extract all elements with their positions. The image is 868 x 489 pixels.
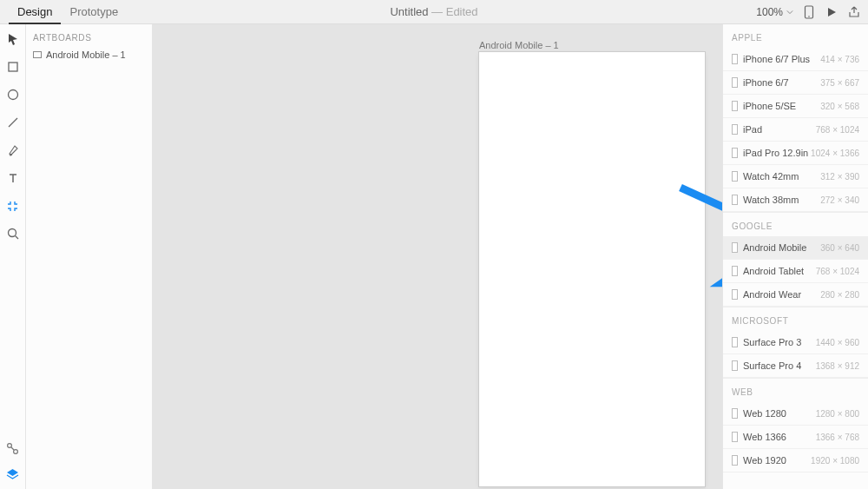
svg-line-9 <box>11 447 14 450</box>
svg-point-1 <box>808 16 810 17</box>
ellipse-tool-icon[interactable] <box>5 87 21 102</box>
preset-item[interactable]: Android Tablet768 × 1024 <box>723 260 868 283</box>
preset-item-left: iPad Pro 12.9in <box>732 148 808 158</box>
artboard-list-item[interactable]: Android Mobile – 1 <box>33 48 145 62</box>
preset-item[interactable]: Web 13661366 × 768 <box>723 426 868 449</box>
device-icon <box>732 455 738 466</box>
rectangle-tool-icon[interactable] <box>5 59 21 75</box>
preset-item[interactable]: iPad768 × 1024 <box>723 118 868 142</box>
preset-dimensions: 1440 × 960 <box>816 338 859 347</box>
pen-tool-icon[interactable] <box>5 142 21 158</box>
device-icon <box>732 242 738 253</box>
preset-dimensions: 1280 × 800 <box>816 409 859 419</box>
preset-name: iPhone 6/7 <box>743 77 789 88</box>
text-tool-icon[interactable] <box>5 170 21 186</box>
svg-point-3 <box>8 90 17 100</box>
preset-name: iPad <box>743 124 762 135</box>
preset-group-title: WEB <box>723 378 868 402</box>
preset-name: iPhone 5/SE <box>743 101 796 111</box>
device-icon <box>732 101 738 111</box>
device-icon <box>732 337 738 347</box>
left-panel: ARTBOARDS Android Mobile – 1 <box>26 24 153 489</box>
assets-icon[interactable] <box>5 440 21 456</box>
preset-item-left: Web 1920 <box>732 455 786 466</box>
preset-dimensions: 768 × 1024 <box>816 125 859 135</box>
zoom-value: 100% <box>756 6 783 18</box>
preset-dimensions: 1368 × 912 <box>816 361 859 371</box>
device-preview-icon[interactable] <box>802 5 816 19</box>
preset-item-left: Surface Pro 4 <box>732 360 801 371</box>
preset-name: Android Mobile <box>743 242 806 253</box>
artboards-heading: ARTBOARDS <box>33 33 145 43</box>
preset-item[interactable]: Android Mobile360 × 640 <box>723 236 868 260</box>
device-icon <box>732 124 738 135</box>
preset-dimensions: 1366 × 768 <box>816 433 859 442</box>
preset-item-left: Web 1280 <box>732 408 786 419</box>
preset-name: Web 1366 <box>743 432 786 442</box>
device-icon <box>732 195 738 205</box>
preset-item[interactable]: iPhone 5/SE320 × 568 <box>723 95 868 118</box>
preset-dimensions: 375 × 667 <box>820 78 859 88</box>
play-icon[interactable] <box>825 5 838 19</box>
preset-name: iPhone 6/7 Plus <box>743 54 810 64</box>
svg-line-4 <box>9 118 17 127</box>
preset-item-left: Watch 38mm <box>732 195 799 205</box>
svg-point-5 <box>8 229 16 237</box>
select-tool-icon[interactable] <box>5 31 21 47</box>
preset-dimensions: 414 × 736 <box>820 55 859 64</box>
device-icon <box>732 266 738 276</box>
canvas-artboard-label[interactable]: Android Mobile – 1 <box>479 40 559 50</box>
artboard-tool-icon[interactable] <box>5 198 21 214</box>
preset-dimensions: 312 × 390 <box>820 172 859 182</box>
device-icon <box>732 289 738 300</box>
preset-dimensions: 280 × 280 <box>820 290 859 300</box>
artboard-icon <box>33 51 42 58</box>
tab-design[interactable]: Design <box>9 0 61 24</box>
layers-icon[interactable] <box>5 466 21 482</box>
preset-item-left: Surface Pro 3 <box>732 337 801 347</box>
preset-item-left: iPad <box>732 124 762 135</box>
preset-item[interactable]: Watch 42mm312 × 390 <box>723 165 868 188</box>
preset-dimensions: 1920 × 1080 <box>811 456 859 466</box>
preset-item[interactable]: iPhone 6/7 Plus414 × 736 <box>723 48 868 71</box>
tab-prototype[interactable]: Prototype <box>61 0 127 24</box>
preset-dimensions: 360 × 640 <box>820 243 859 253</box>
preset-item[interactable]: Web 12801280 × 800 <box>723 402 868 426</box>
preset-name: Web 1920 <box>743 455 786 466</box>
share-icon[interactable] <box>847 5 861 19</box>
preset-item[interactable]: Surface Pro 41368 × 912 <box>723 354 868 378</box>
canvas[interactable]: Android Mobile – 1 <box>153 24 722 489</box>
device-icon <box>732 148 738 158</box>
device-icon <box>732 171 738 182</box>
svg-point-8 <box>14 449 18 453</box>
preset-name: Surface Pro 4 <box>743 360 801 371</box>
topbar: Design Prototype Untitled — Edited 100% <box>0 0 868 24</box>
preset-name: Web 1280 <box>743 408 786 419</box>
svg-rect-2 <box>9 63 17 71</box>
preset-item-left: Web 1366 <box>732 432 786 442</box>
preset-item-left: iPhone 5/SE <box>732 101 796 111</box>
mode-tabs: Design Prototype <box>0 0 127 24</box>
preset-item[interactable]: Surface Pro 31440 × 960 <box>723 331 868 354</box>
preset-item-left: Android Wear <box>732 289 801 300</box>
device-icon <box>732 408 738 419</box>
preset-item-left: iPhone 6/7 <box>732 77 789 88</box>
preset-item[interactable]: Android Wear280 × 280 <box>723 283 868 307</box>
device-icon <box>732 432 738 442</box>
preset-item-left: Android Mobile <box>732 242 806 253</box>
preset-item[interactable]: iPhone 6/7375 × 667 <box>723 71 868 95</box>
preset-item[interactable]: iPad Pro 12.9in1024 × 1366 <box>723 142 868 165</box>
device-icon <box>732 54 738 64</box>
svg-point-7 <box>8 443 12 447</box>
preset-item[interactable]: Web 19201920 × 1080 <box>723 449 868 472</box>
canvas-artboard[interactable] <box>479 52 705 486</box>
device-icon <box>732 77 738 88</box>
preset-group-title: MICROSOFT <box>723 307 868 331</box>
preset-name: Android Tablet <box>743 266 804 276</box>
preset-item[interactable]: Watch 38mm272 × 340 <box>723 188 868 212</box>
line-tool-icon[interactable] <box>5 115 21 130</box>
zoom-control[interactable]: 100% <box>756 6 793 18</box>
tool-rail <box>0 24 26 489</box>
preset-item-left: iPhone 6/7 Plus <box>732 54 810 64</box>
zoom-tool-icon[interactable] <box>5 226 21 241</box>
